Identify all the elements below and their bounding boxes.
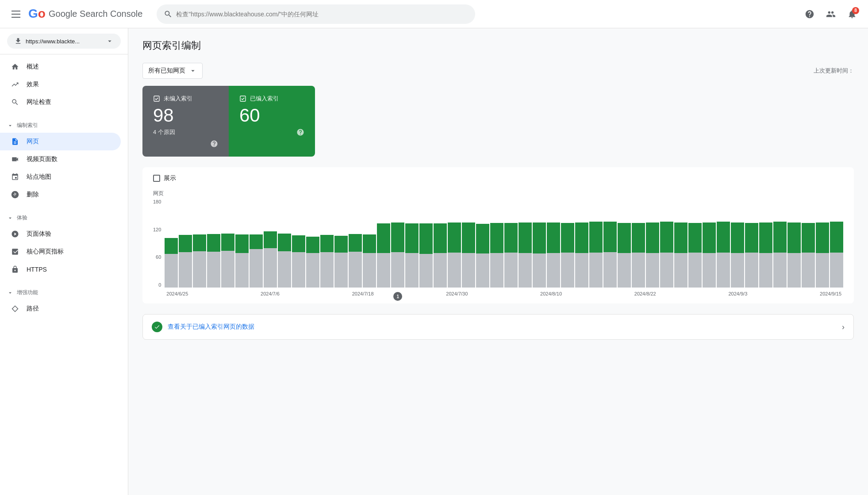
bar-indexed bbox=[235, 234, 249, 253]
bar-indexed bbox=[179, 235, 192, 252]
bar-indexed bbox=[773, 222, 787, 253]
y-value: 0 bbox=[153, 282, 161, 288]
bar-indexed bbox=[787, 223, 801, 253]
sidebar-item-sitemap[interactable]: 站点地图 bbox=[0, 168, 121, 186]
filter-dropdown[interactable]: 所有已知网页 bbox=[142, 63, 203, 79]
bar-indexed bbox=[165, 238, 178, 254]
bar-indexed bbox=[419, 223, 433, 254]
x-label: 2024/7/30 bbox=[446, 291, 468, 296]
sidebar: https://www.blackte... 概述 效果 bbox=[0, 28, 128, 495]
svg-text:Google: Google bbox=[28, 7, 46, 20]
bar-group bbox=[250, 199, 263, 288]
legend-checkbox[interactable] bbox=[153, 175, 160, 182]
bar-not-indexed bbox=[660, 253, 673, 288]
bar-not-indexed bbox=[377, 253, 390, 288]
bar-not-indexed bbox=[179, 252, 192, 288]
sidebar-item-video-pages[interactable]: 视频页面数 bbox=[0, 150, 121, 168]
sitemap-icon bbox=[11, 173, 19, 181]
chart-y-axis: 180 120 60 0 bbox=[153, 199, 161, 288]
sidebar-item-https[interactable]: HTTPS bbox=[0, 261, 121, 278]
bar-group bbox=[518, 199, 532, 288]
sidebar-item-performance[interactable]: 效果 bbox=[0, 76, 121, 93]
bar-group bbox=[235, 199, 249, 288]
bar-group bbox=[688, 199, 702, 288]
sidebar-item-core-web-vitals[interactable]: 核心网页指标 bbox=[0, 243, 121, 261]
experience-section-header[interactable]: 体验 bbox=[0, 211, 128, 225]
x-label: 2024/7/18 bbox=[352, 291, 374, 296]
sidebar-item-page-experience[interactable]: 页面体验 bbox=[0, 225, 121, 243]
indexed-card[interactable]: 已编入索引 60 bbox=[229, 86, 315, 157]
bar-not-indexed bbox=[745, 253, 758, 288]
chart-legend: 展示 bbox=[153, 174, 843, 182]
bar-indexed bbox=[349, 234, 362, 252]
help-button[interactable] bbox=[801, 5, 818, 23]
bar-indexed bbox=[561, 223, 574, 253]
sidebar-item-path[interactable]: 路径 bbox=[0, 300, 121, 318]
search-input[interactable] bbox=[176, 11, 468, 18]
sidebar-item-pages[interactable]: 网页 bbox=[0, 133, 121, 150]
bar-not-indexed bbox=[547, 253, 560, 288]
help-circle-icon bbox=[210, 140, 218, 148]
bar-not-indexed bbox=[476, 253, 489, 288]
x-label: 2024/9/15 bbox=[820, 291, 841, 296]
checkbox-icon bbox=[153, 95, 160, 102]
nav-section-enhancements: 增强功能 路径 bbox=[0, 282, 128, 321]
data-link[interactable]: 查看关于已编入索引网页的数据 › bbox=[142, 314, 854, 340]
bar-not-indexed bbox=[490, 253, 503, 288]
not-indexed-footer bbox=[153, 140, 218, 148]
chart-bars: 1 bbox=[165, 199, 843, 288]
bar-indexed bbox=[575, 223, 588, 253]
bar-group bbox=[264, 199, 277, 288]
sidebar-item-overview[interactable]: 概述 bbox=[0, 58, 121, 76]
enhancements-section-header[interactable]: 增强功能 bbox=[0, 285, 128, 300]
bar-not-indexed bbox=[717, 253, 730, 288]
indexing-section-header[interactable]: 编制索引 bbox=[0, 118, 128, 133]
bar-group: 1 bbox=[391, 199, 404, 288]
bar-group bbox=[320, 199, 334, 288]
bar-not-indexed bbox=[334, 253, 348, 288]
nav-section-main: 概述 效果 网址检查 bbox=[0, 54, 128, 115]
sidebar-item-label: 核心网页指标 bbox=[27, 248, 64, 256]
bar-group bbox=[561, 199, 574, 288]
indexing-section-label: 编制索引 bbox=[17, 122, 38, 129]
bar-group bbox=[759, 199, 772, 288]
menu-button[interactable] bbox=[7, 5, 25, 23]
bar-not-indexed bbox=[221, 251, 234, 288]
bar-indexed bbox=[448, 223, 461, 253]
bar-indexed bbox=[745, 223, 758, 253]
filter-label: 所有已知网页 bbox=[148, 67, 185, 75]
check-circle-icon bbox=[152, 322, 162, 332]
bar-not-indexed bbox=[589, 253, 603, 288]
nav-section-experience: 体验 页面体验 核心网页指标 HTTPS bbox=[0, 207, 128, 282]
sidebar-item-label: 网址检查 bbox=[27, 98, 51, 106]
bar-group bbox=[547, 199, 560, 288]
last-updated: 上次更新时间： bbox=[814, 67, 854, 75]
y-axis-label: 网页 bbox=[153, 190, 164, 196]
indexed-footer bbox=[239, 128, 304, 136]
sidebar-item-url-inspection[interactable]: 网址检查 bbox=[0, 93, 121, 111]
bar-group bbox=[646, 199, 659, 288]
x-label: 2024/8/10 bbox=[540, 291, 562, 296]
notification-button[interactable]: 8 bbox=[843, 5, 861, 23]
bar-not-indexed bbox=[391, 252, 404, 288]
property-dropdown[interactable]: https://www.blackte... bbox=[7, 34, 121, 49]
sidebar-item-removals[interactable]: 删除 bbox=[0, 186, 121, 203]
sidebar-item-label: 视频页面数 bbox=[27, 155, 58, 163]
logo[interactable]: Google Google Search Console bbox=[28, 5, 142, 23]
bar-group bbox=[377, 199, 390, 288]
bar-not-indexed bbox=[193, 251, 206, 288]
bar-not-indexed bbox=[603, 252, 617, 288]
search-bar[interactable] bbox=[157, 4, 475, 24]
bar-indexed bbox=[759, 223, 772, 253]
pages-icon bbox=[11, 137, 19, 146]
not-indexed-card[interactable]: 未编入索引 98 4 个原因 bbox=[142, 86, 229, 157]
layout: https://www.blackte... 概述 效果 bbox=[0, 28, 868, 495]
not-indexed-label: 未编入索引 bbox=[164, 95, 192, 103]
bar-not-indexed bbox=[434, 253, 447, 288]
bar-group bbox=[405, 199, 419, 288]
bar-indexed bbox=[377, 223, 390, 253]
user-button[interactable] bbox=[822, 5, 840, 23]
main-content: 网页索引编制 所有已知网页 上次更新时间： 未编入索引 98 4 个原因 bbox=[128, 28, 868, 495]
bar-group bbox=[221, 199, 234, 288]
legend-label: 展示 bbox=[164, 174, 176, 182]
